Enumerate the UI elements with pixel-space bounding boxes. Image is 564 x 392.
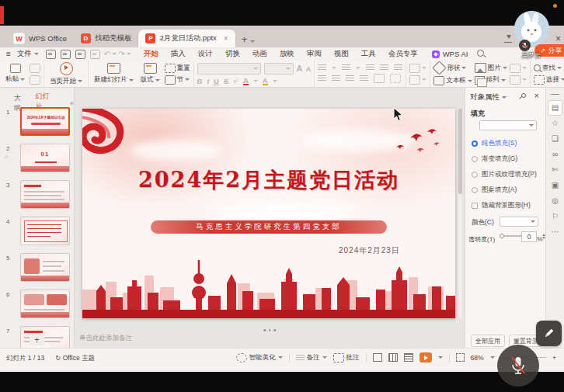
select-button[interactable]: 选择 bbox=[534, 75, 564, 85]
slide-thumbnail-3[interactable] bbox=[20, 180, 70, 209]
output-icon[interactable] bbox=[90, 50, 100, 59]
slide-thumbnail-2[interactable]: 01 bbox=[20, 144, 70, 172]
search-icon[interactable] bbox=[477, 50, 484, 57]
format-painter-icon[interactable] bbox=[30, 64, 40, 73]
menu-view[interactable]: 视图 bbox=[328, 49, 355, 59]
align-objects-button[interactable] bbox=[409, 75, 426, 85]
comments-button[interactable]: 批注 bbox=[333, 353, 360, 363]
notes-placeholder[interactable]: 单击此处添加备注 bbox=[79, 334, 132, 343]
textbox-button[interactable]: 文本框 bbox=[433, 76, 472, 85]
panel-collapse-icon[interactable]: « bbox=[70, 99, 74, 107]
superscript-button[interactable]: x² bbox=[233, 78, 238, 85]
shapes-button[interactable]: 形状 bbox=[433, 62, 472, 74]
layout-button[interactable]: 版式 bbox=[138, 63, 162, 85]
fill-option-picture[interactable]: 图片或纹理填充(P) bbox=[472, 170, 537, 179]
slide-thumbnail-1[interactable]: 2024年2月主题党日活动 bbox=[20, 107, 70, 136]
undo-caret-icon[interactable] bbox=[112, 53, 117, 55]
save-icon[interactable] bbox=[46, 50, 56, 59]
fill-preset-select[interactable] bbox=[479, 120, 537, 130]
wps-ai-button[interactable]: WPS AI bbox=[432, 50, 468, 58]
justify-icon[interactable] bbox=[360, 75, 368, 82]
slideshow-play-button[interactable] bbox=[420, 352, 432, 363]
underline-button[interactable]: U bbox=[214, 77, 219, 85]
slide-thumbnail-5[interactable] bbox=[20, 253, 70, 282]
slide-1[interactable]: 2024年2月主题党日活动 马克思主义学院研究生第四党支部 2024年2月23日 bbox=[82, 109, 455, 318]
slide-thumbnail-4[interactable] bbox=[20, 217, 70, 245]
panel-title-caret-icon[interactable] bbox=[502, 96, 507, 99]
tab-docer[interactable]: D 找稻壳模板 bbox=[74, 29, 139, 47]
canvas-scrollbar[interactable] bbox=[458, 109, 462, 318]
play-mode-caret-icon[interactable] bbox=[438, 356, 443, 359]
slide-sorter-view-icon[interactable] bbox=[388, 353, 398, 362]
apply-all-button[interactable]: 全部应用 bbox=[471, 335, 505, 347]
paste-button[interactable]: 粘贴 bbox=[3, 64, 27, 84]
card-tool-icon[interactable]: ▣ bbox=[546, 178, 564, 193]
menu-animation[interactable]: 动画 bbox=[246, 49, 273, 59]
tab-close-icon[interactable]: × bbox=[224, 34, 228, 43]
vertical-text-button[interactable] bbox=[409, 64, 426, 73]
fill-section-title[interactable]: 填充 bbox=[471, 109, 485, 119]
menu-insert[interactable]: 插入 bbox=[165, 49, 192, 59]
columns-icon[interactable] bbox=[374, 74, 385, 83]
beautify-button[interactable]: 智能美化 bbox=[236, 353, 283, 363]
menu-slideshow[interactable]: 放映 bbox=[273, 49, 301, 59]
more-tools-icon[interactable]: ⋯ bbox=[546, 224, 564, 240]
pin-icon[interactable] bbox=[518, 93, 525, 100]
slide-subtitle-banner[interactable]: 马克思主义学院研究生第四党支部 bbox=[151, 220, 387, 234]
window-close-icon[interactable]: × bbox=[555, 33, 561, 44]
notes-button[interactable]: 备注 bbox=[296, 353, 327, 363]
tab-home[interactable]: W WPS Office bbox=[6, 29, 74, 47]
properties-tool-icon[interactable]: ▤ bbox=[548, 100, 562, 116]
redo-caret-icon[interactable] bbox=[127, 53, 131, 55]
new-slide-button[interactable]: 新建幻灯片 bbox=[92, 63, 136, 85]
redo-icon[interactable]: ↷ bbox=[118, 50, 124, 58]
picture-button[interactable]: 图片 bbox=[475, 63, 507, 73]
menu-transitions[interactable]: 切换 bbox=[219, 49, 246, 59]
fit-slide-icon[interactable] bbox=[456, 353, 465, 362]
panel-close-icon[interactable]: × bbox=[534, 91, 539, 100]
text-direction-icon[interactable] bbox=[390, 74, 401, 83]
effects-tool-icon[interactable]: ☆ bbox=[546, 116, 564, 131]
coupon-tool-icon[interactable]: ⚐ bbox=[546, 209, 564, 224]
align-right-icon[interactable] bbox=[346, 75, 354, 82]
font-size-select[interactable] bbox=[264, 63, 294, 75]
selection-pane-icon[interactable]: ❏ bbox=[546, 131, 564, 147]
section-button[interactable]: 节 bbox=[165, 75, 190, 85]
increase-font-icon[interactable]: A bbox=[297, 64, 303, 73]
bold-button[interactable]: B bbox=[197, 77, 203, 85]
cut-icon[interactable] bbox=[30, 75, 40, 85]
microphone-muted-overlay[interactable] bbox=[497, 345, 539, 387]
reading-view-icon[interactable] bbox=[404, 353, 413, 362]
line-spacing-icon[interactable] bbox=[394, 64, 402, 71]
fill-option-solid[interactable]: 纯色填充(S) bbox=[472, 139, 517, 148]
increase-indent-icon[interactable] bbox=[380, 64, 388, 71]
strikethrough-button[interactable]: S bbox=[224, 77, 228, 85]
menu-design[interactable]: 设计 bbox=[192, 49, 219, 59]
scrollbar-thumb[interactable] bbox=[458, 109, 462, 194]
font-color-button[interactable]: A bbox=[243, 77, 249, 85]
new-tab-button[interactable]: + bbox=[242, 33, 248, 45]
numbering-icon[interactable] bbox=[342, 64, 350, 71]
zoom-caret-icon[interactable] bbox=[490, 356, 495, 359]
arrange-button[interactable]: 排列 bbox=[475, 75, 507, 85]
send-tool-icon[interactable]: ✄ bbox=[546, 162, 564, 178]
tab-document[interactable]: P 2月党日活动.pptx × bbox=[138, 29, 235, 47]
fill-option-gradient[interactable]: 渐变填充(G) bbox=[472, 154, 517, 164]
menu-tools[interactable]: 工具 bbox=[355, 49, 382, 59]
add-slide-button[interactable]: + bbox=[30, 335, 44, 345]
quick-edit-button[interactable] bbox=[536, 321, 562, 346]
color-select[interactable] bbox=[500, 217, 538, 227]
highlight-caret-icon[interactable] bbox=[273, 80, 277, 82]
menu-review[interactable]: 审阅 bbox=[301, 49, 328, 59]
normal-view-icon[interactable] bbox=[373, 353, 382, 362]
zoom-level[interactable]: 68% bbox=[471, 354, 484, 362]
italic-button[interactable]: I bbox=[207, 77, 209, 85]
merge-shapes-button[interactable] bbox=[510, 64, 527, 73]
slider-handle[interactable] bbox=[500, 234, 504, 238]
slide-title[interactable]: 2024年2月主题党日活动 bbox=[82, 166, 455, 194]
highlight-button[interactable]: A bbox=[263, 77, 268, 85]
align-center-icon[interactable] bbox=[332, 75, 340, 82]
font-color-caret-icon[interactable] bbox=[253, 80, 258, 82]
align-left-icon[interactable] bbox=[318, 75, 326, 82]
slide-thumbnail-6[interactable] bbox=[20, 290, 70, 318]
